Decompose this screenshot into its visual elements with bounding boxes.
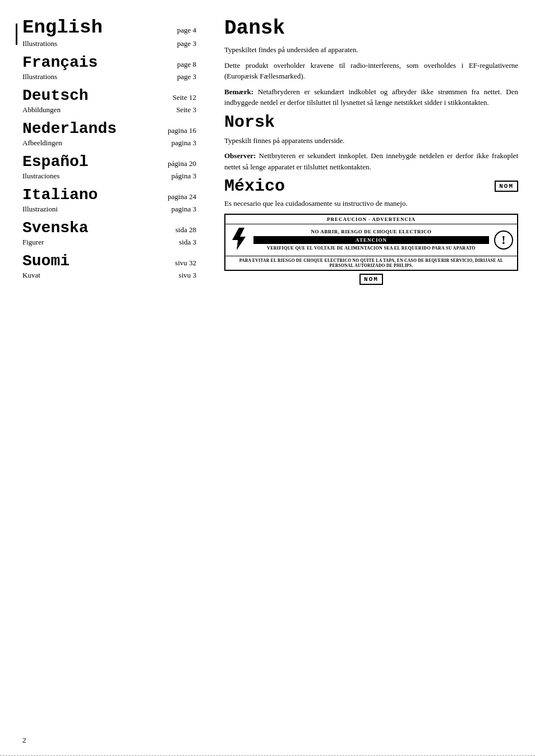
- sub-row-svenska: Figurer sida 3: [22, 238, 202, 247]
- sub-label-svenska: Figurer: [22, 238, 44, 247]
- exclaim-icon-right: !: [492, 231, 515, 250]
- page-ref-nederlands: pagina 16: [151, 126, 202, 135]
- sub-ref-espanol: página 3: [151, 172, 202, 181]
- language-entry-nederlands: Nederlands pagina 16 Afbeeldingen pagina…: [22, 120, 202, 147]
- language-entry-francais: Français page 8 Illustrations page 3: [22, 54, 202, 81]
- lang-name-deutsch: Deutsch: [22, 87, 151, 104]
- page-ref-deutsch: Seite 12: [151, 93, 202, 102]
- page-ref-espanol: página 20: [151, 159, 202, 168]
- lang-name-nederlands: Nederlands: [22, 120, 151, 137]
- page-ref-italiano: pagina 24: [151, 192, 202, 201]
- lang-row-svenska: Svenska sida 28: [22, 219, 202, 237]
- dansk-para3-bold: Bemærk:: [224, 87, 253, 96]
- warning-header: PRECAUCION · ADVERTENCIA: [225, 215, 517, 224]
- nom-badge-top: NOM: [495, 181, 518, 192]
- language-entry-english: English page 4 Illustrations page 3: [22, 17, 202, 48]
- language-entry-svenska: Svenska sida 28 Figurer sida 3: [22, 219, 202, 247]
- heading-mexico-row: México NOM: [224, 177, 518, 196]
- lang-name-svenska: Svenska: [22, 219, 151, 237]
- heading-mexico: México: [224, 177, 285, 196]
- sub-ref-suomi: sivu 3: [151, 271, 202, 280]
- page-ref-francais: page 8: [151, 60, 202, 69]
- language-entry-espanol: Español página 20 Ilustraciones página 3: [22, 153, 202, 181]
- warning-sub-text: VERIFIQUE QUE EL VOLTAJE DE ALIMENTACION…: [253, 246, 489, 251]
- section-norsk: Norsk Typeskilt finnes på apparatens und…: [224, 113, 518, 173]
- lang-row-suomi: Suomi sivu 32: [22, 252, 202, 270]
- lightning-icon-left: [228, 227, 250, 253]
- dansk-para1: Typeskiltet findes på undersiden af appa…: [224, 44, 518, 56]
- section-mexico: México NOM Es necesario que lea cuidados…: [224, 177, 518, 283]
- section-dansk: Dansk Typeskiltet findes på undersiden a…: [224, 17, 518, 108]
- lang-heading-suomi: Suomi: [22, 252, 151, 270]
- svg-marker-0: [232, 228, 246, 250]
- sub-row-italiano: Illustrazioni pagina 3: [22, 205, 202, 214]
- sub-row-english: Illustrations page 3: [22, 39, 202, 48]
- page-content: English page 4 Illustrations page 3 Fran…: [0, 0, 535, 718]
- sub-row-suomi: Kuvat sivu 3: [22, 271, 202, 280]
- vertical-bar-decoration: [16, 24, 17, 45]
- sub-label-italiano: Illustrazioni: [22, 205, 58, 214]
- language-entry-suomi: Suomi sivu 32 Kuvat sivu 3: [22, 252, 202, 280]
- norsk-para1: Typeskilt finnes på apparatens underside…: [224, 135, 518, 146]
- nom-badge-bottom: NOM: [359, 274, 383, 285]
- lang-name-francais: Français: [22, 54, 151, 71]
- warning-body: NO ABRIR, RIESGO DE CHOQUE ELECTRICO ATE…: [225, 224, 517, 256]
- lang-name-english: English: [22, 17, 151, 38]
- warning-main-text: NO ABRIR, RIESGO DE CHOQUE ELECTRICO: [253, 229, 489, 234]
- lang-row-italiano: Italiano pagina 24: [22, 186, 202, 204]
- page-ref-svenska: sida 28: [151, 225, 202, 234]
- sub-label-deutsch: Abbildungen: [22, 105, 61, 114]
- lang-heading-deutsch: Deutsch: [22, 87, 151, 104]
- sub-label-suomi: Kuvat: [22, 271, 40, 280]
- sub-label-francais: Illustrations: [22, 72, 57, 81]
- right-column: Dansk Typeskiltet findes på undersiden a…: [213, 17, 518, 701]
- norsk-para2: Observer: Nettbryteren er sekundert innk…: [224, 150, 518, 172]
- warning-atencion: ATENCION: [253, 236, 489, 244]
- sub-ref-english: page 3: [151, 39, 202, 48]
- left-column: English page 4 Illustrations page 3 Fran…: [22, 17, 213, 701]
- lang-row-english: English page 4: [22, 17, 202, 38]
- lang-row-nederlands: Nederlands pagina 16: [22, 120, 202, 137]
- lang-heading-italiano: Italiano: [22, 186, 151, 204]
- page-number: 2: [22, 736, 26, 745]
- warning-center-text: NO ABRIR, RIESGO DE CHOQUE ELECTRICO ATE…: [253, 229, 489, 251]
- warning-box: PRECAUCION · ADVERTENCIA NO ABRIR, RIESG…: [224, 214, 518, 271]
- sub-row-nederlands: Afbeeldingen pagina 3: [22, 139, 202, 147]
- lang-heading-francais: Français: [22, 54, 151, 71]
- page-ref-english: page 4: [151, 26, 202, 35]
- lang-row-deutsch: Deutsch Seite 12: [22, 87, 202, 104]
- lang-heading-english: English: [22, 17, 103, 38]
- lang-name-suomi: Suomi: [22, 252, 151, 270]
- sub-label-nederlands: Afbeeldingen: [22, 139, 62, 147]
- lang-heading-espanol: Español: [22, 153, 151, 170]
- page-ref-suomi: sivu 32: [151, 259, 202, 268]
- language-entry-deutsch: Deutsch Seite 12 Abbildungen Seite 3: [22, 87, 202, 114]
- dansk-para2: Dette produkt overholder kravene til rad…: [224, 60, 518, 82]
- lang-heading-svenska: Svenska: [22, 219, 151, 237]
- sub-label-english: Illustrations: [22, 39, 57, 48]
- language-entry-italiano: Italiano pagina 24 Illustrazioni pagina …: [22, 186, 202, 214]
- warning-footer: PARA EVITAR EL RIESGO DE CHOQUE ELECTRIC…: [225, 256, 517, 270]
- sub-ref-svenska: sida 3: [151, 238, 202, 247]
- lang-name-italiano: Italiano: [22, 186, 151, 204]
- lang-name-espanol: Español: [22, 153, 151, 170]
- lang-heading-nederlands: Nederlands: [22, 120, 151, 137]
- heading-norsk: Norsk: [224, 113, 518, 132]
- sub-ref-nederlands: pagina 3: [151, 139, 202, 147]
- norsk-para2-rest: Nettbryteren er sekundert innkoplet. Den…: [224, 151, 518, 171]
- sub-ref-italiano: pagina 3: [151, 205, 202, 214]
- sub-row-deutsch: Abbildungen Seite 3: [22, 105, 202, 114]
- norsk-para2-bold: Observer:: [224, 151, 256, 160]
- sub-row-francais: Illustrations page 3: [22, 72, 202, 81]
- mexico-para1: Es necesario que lea cuidadosamente su i…: [224, 198, 518, 209]
- sub-ref-francais: page 3: [151, 72, 202, 81]
- lang-row-francais: Français page 8: [22, 54, 202, 71]
- dansk-para3: Bemærk: Netafbryderen er sekundært indko…: [224, 86, 518, 108]
- sub-label-espanol: Ilustraciones: [22, 172, 59, 181]
- nom-badge-below: NOM: [224, 274, 518, 283]
- lang-row-espanol: Español página 20: [22, 153, 202, 170]
- sub-ref-deutsch: Seite 3: [151, 105, 202, 114]
- heading-dansk: Dansk: [224, 17, 518, 40]
- dansk-para3-rest: Netafbryderen er sekundært indkoblet og …: [224, 87, 518, 107]
- sub-row-espanol: Ilustraciones página 3: [22, 172, 202, 181]
